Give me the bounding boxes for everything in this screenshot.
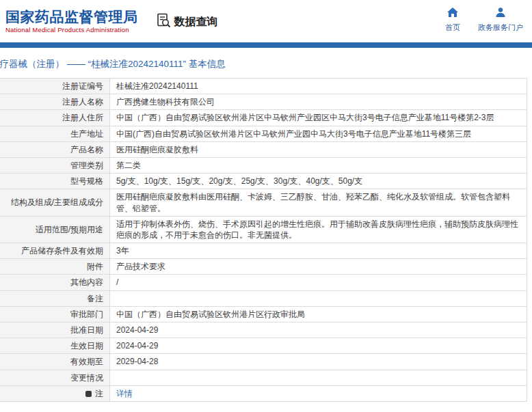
row-value: 2029-04-28 [110, 354, 527, 370]
data-query-label: 数据查询 [174, 15, 218, 29]
registration-info-table: 注册证编号桂械注准20242140111注册人名称广西携健生物科技有限公司注册人… [0, 78, 527, 402]
row-value: 2024-04-29 [110, 338, 527, 354]
row-value: 医用硅酮疤痕凝胶敷料由医用硅酮、卡波姆、三乙醇胺、甘油、羟苯乙酯、纯化水及软管组… [110, 189, 527, 216]
site-logo: 国家药品监督管理局 National Medical Products Admi… [5, 9, 138, 33]
row-value: 2024-04-29 [110, 322, 527, 338]
row-value: 中国（广西）自由贸易试验区钦州港片区中马钦州产业园区中马大街3号电子信息产业基地… [110, 110, 527, 126]
table-row: 适用范围/预期用途适用于抑制体表外伤、烧伤、手术原因引起的增生性疤痕。用于辅助改… [0, 216, 527, 243]
row-label: 备注 [0, 290, 110, 306]
row-label: 产品储存条件及有效期 [0, 243, 110, 259]
data-query-nav[interactable]: 数据查询 [156, 13, 218, 31]
table-row: 生产地址中国(广西)自由贸易试验区钦州港片区中马钦州产业园中马大街3号电子信息产… [0, 126, 527, 141]
nav-item-home[interactable]: 首页 [445, 7, 460, 33]
row-label: 其他内容 [0, 275, 110, 290]
table-row: 变更情况 [0, 370, 527, 385]
row-label: 注册人住所 [0, 110, 110, 126]
row-label: 生产地址 [0, 126, 110, 141]
row-value: 桂械注准20242140111 [110, 79, 527, 94]
document-search-icon [156, 13, 171, 31]
user-icon [495, 7, 506, 20]
row-label: 结构及组成/主要组成成分 [0, 189, 110, 216]
row-value: / [110, 275, 527, 290]
row-value: 广西携健生物科技有限公司 [110, 94, 527, 110]
table-row: 结构及组成/主要组成成分医用硅酮疤痕凝胶敷料由医用硅酮、卡波姆、三乙醇胺、甘油、… [0, 189, 527, 216]
note-icon [85, 391, 92, 397]
home-icon [447, 7, 459, 20]
table-row: 审批部门中国（广西）自由贸易试验区钦州港片区行政审批局 [0, 306, 527, 322]
table-row: 生效日期2024-04-29 [0, 338, 527, 354]
site-name-en: National Medical Products Administration [5, 26, 138, 33]
row-label: 型号规格 [0, 174, 110, 189]
row-label: 适用范围/预期用途 [0, 216, 110, 243]
table-row: 注册证编号桂械注准20242140111 [0, 79, 527, 94]
row-label: 附件 [0, 259, 110, 275]
row-label: 管理类别 [0, 157, 110, 173]
table-row: 注册人住所中国（广西）自由贸易试验区钦州港片区中马钦州产业园区中马大街3号电子信… [0, 110, 527, 126]
table-row: 附件产品技术要求 [0, 259, 527, 275]
table-row: 其他内容/ [0, 275, 527, 290]
row-value: 产品技术要求 [110, 259, 527, 275]
row-value: 中国(广西)自由贸易试验区钦州港片区中马钦州产业园中马大街3号电子信息产业基地1… [110, 126, 527, 141]
row-value: 3年 [110, 243, 527, 259]
top-nav: 首页 政务服务门户 [445, 7, 523, 33]
nav-label-portal: 政务服务门户 [478, 23, 523, 33]
table-row: 型号规格5g/支、10g/支、15g/支、20g/支、25g/支、30g/支、4… [0, 174, 527, 189]
site-header: 国家药品监督管理局 National Medical Products Admi… [0, 0, 532, 42]
nav-item-portal[interactable]: 政务服务门户 [478, 7, 523, 33]
table-row: 有效期至2029-04-28 [0, 354, 527, 370]
site-name: 国家药品监督管理局 [5, 9, 138, 25]
row-value: 5g/支、10g/支、15g/支、20g/支、25g/支、30g/支、40g/支… [110, 174, 527, 189]
table-row: 备注 [0, 290, 527, 306]
nav-label-home: 首页 [445, 23, 460, 33]
row-value: 详情 [110, 385, 527, 401]
row-label: 批准日期 [0, 322, 110, 338]
row-label: 注 [0, 385, 110, 401]
table-row: 批准日期2024-04-29 [0, 322, 527, 338]
row-label: 注册证编号 [0, 79, 110, 94]
table-row: 产品储存条件及有效期3年 [0, 243, 527, 259]
row-value: 医用硅酮疤痕凝胶敷料 [110, 141, 527, 157]
row-value [110, 290, 527, 306]
table-row: 管理类别第二类 [0, 157, 527, 173]
row-label: 生效日期 [0, 338, 110, 354]
main-content: 医疗器械（注册） —— “桂械注准20242140111” 基本信息 注册证编号… [0, 48, 527, 402]
table-row: 注册人名称广西携健生物科技有限公司 [0, 94, 527, 110]
row-label: 注册人名称 [0, 94, 110, 110]
row-label: 有效期至 [0, 354, 110, 370]
row-label: 变更情况 [0, 370, 110, 385]
row-value [110, 370, 527, 385]
row-label: 产品名称 [0, 141, 110, 157]
table-row: 产品名称医用硅酮疤痕凝胶敷料 [0, 141, 527, 157]
header-divider-bar [0, 42, 532, 48]
row-label: 审批部门 [0, 306, 110, 322]
row-value: 中国（广西）自由贸易试验区钦州港片区行政审批局 [110, 306, 527, 322]
row-value: 第二类 [110, 157, 527, 173]
detail-link[interactable]: 详情 [116, 389, 133, 398]
table-row: 注详情 [0, 385, 527, 401]
row-value: 适用于抑制体表外伤、烧伤、手术原因引起的增生性疤痕。用于辅助改善皮肤病理性疤痕，… [110, 216, 527, 243]
page-title: 医疗器械（注册） —— “桂械注准20242140111” 基本信息 [0, 48, 527, 78]
